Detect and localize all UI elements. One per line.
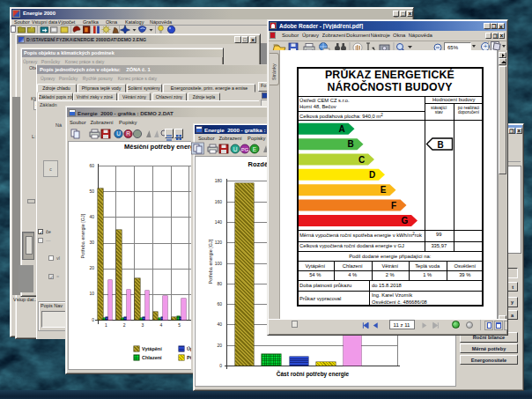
svg-text:C: C bbox=[358, 155, 364, 165]
svg-text:F: F bbox=[390, 201, 395, 211]
svg-text:U: U bbox=[116, 130, 121, 137]
svg-text:PG: PG bbox=[241, 147, 249, 152]
svg-text:G: G bbox=[401, 216, 408, 225]
svg-text:B: B bbox=[347, 139, 353, 149]
svg-text:D: D bbox=[368, 170, 374, 180]
svg-text:B: B bbox=[437, 139, 443, 149]
svg-text:A: A bbox=[338, 124, 344, 134]
svg-text:E: E bbox=[253, 146, 257, 152]
svg-text:R: R bbox=[126, 130, 130, 137]
svg-text:U: U bbox=[233, 146, 238, 152]
svg-text:E: E bbox=[380, 185, 386, 195]
